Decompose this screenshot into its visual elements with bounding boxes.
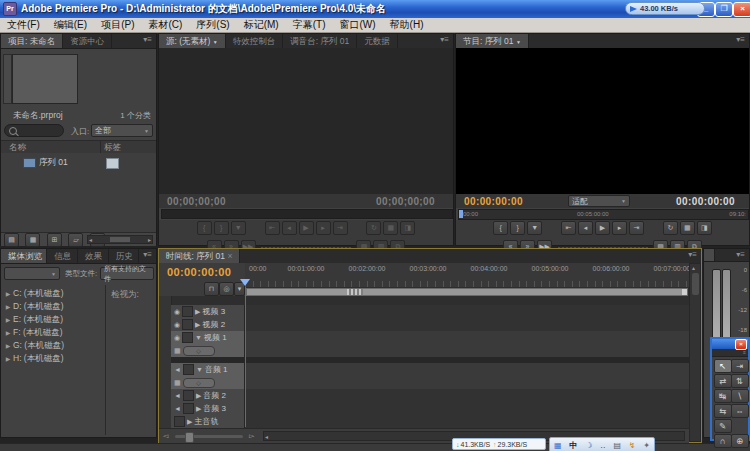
tools-titlebar[interactable]: × — [712, 339, 748, 349]
speaker-icon[interactable]: ◄ — [174, 366, 181, 373]
keyboard-icon[interactable]: ▤ — [613, 441, 621, 450]
speaker-icon[interactable]: ◄ — [174, 405, 181, 412]
file-type-dropdown[interactable]: 所有支持的文件 — [100, 267, 154, 280]
zoom-slider-handle[interactable] — [185, 432, 194, 443]
expand-icon[interactable]: ▶ — [196, 405, 201, 413]
program-timecode-current[interactable]: 00:00:00:00 — [464, 196, 523, 207]
rolling-edit-tool[interactable]: ⇅ — [731, 374, 749, 388]
language-bar[interactable]: ▦ 中 ☽ ‥ ▤ ↯ ✦ — [549, 437, 655, 451]
fit-dropdown[interactable]: 适配 ▼ — [568, 195, 630, 207]
tab-close-icon[interactable]: × — [227, 251, 232, 261]
lightning-icon[interactable]: ↯ — [629, 441, 636, 450]
tab-metadata[interactable]: 元数据 — [357, 34, 398, 48]
scroll-right-icon[interactable]: ▸ — [148, 236, 151, 243]
slip-tool[interactable]: ⇆ — [714, 404, 732, 418]
step-to-out-button[interactable]: ⇥ — [629, 221, 644, 235]
step-to-in-button[interactable]: ⇤ — [265, 221, 280, 235]
collapse-icon[interactable]: ▼ — [196, 366, 203, 373]
expand-icon[interactable]: ▶ — [195, 321, 200, 329]
zoom-slider-track[interactable] — [175, 435, 243, 438]
source-scrub-bar[interactable] — [161, 209, 453, 219]
safe-margins-button[interactable]: ▦ — [383, 221, 398, 235]
step-back-button[interactable]: ◂ — [282, 221, 297, 235]
list-item[interactable]: 序列 01 — [1, 156, 156, 169]
expand-icon[interactable]: ▶ — [187, 418, 192, 426]
collapse-icon[interactable]: ▼ — [195, 334, 202, 341]
track-select-tool[interactable]: ⇥ — [731, 359, 749, 373]
scroll-left-icon[interactable]: ◂ — [89, 236, 92, 243]
menu-file[interactable]: 文件(F) — [0, 18, 47, 32]
lock-toggle[interactable] — [174, 416, 185, 427]
goto-in-button[interactable]: { — [493, 221, 508, 235]
download-speed-overlay[interactable]: 43.00 KB/s — [625, 2, 705, 15]
zoom-tool[interactable]: ⊕ — [731, 434, 749, 448]
playhead-marker[interactable] — [240, 279, 250, 286]
slide-tool[interactable]: ⇔ — [731, 404, 749, 418]
work-area-bar[interactable] — [246, 288, 688, 296]
step-forward-button[interactable]: ▸ — [316, 221, 331, 235]
output-button[interactable]: ◨ — [400, 221, 415, 235]
track-content[interactable] — [245, 363, 689, 389]
drive-item[interactable]: ▶C: (本机磁盘) — [3, 287, 103, 300]
tab-info[interactable]: 信息 — [47, 249, 78, 263]
lock-toggle[interactable] — [183, 403, 194, 414]
track-content[interactable] — [245, 331, 689, 357]
keyframe-pill[interactable]: ◇ — [183, 346, 215, 356]
tab-effect-controls[interactable]: 特效控制台 — [226, 34, 284, 48]
lock-toggle[interactable] — [182, 319, 193, 330]
marker-button[interactable]: ▼ — [527, 221, 542, 235]
new-bin-button[interactable]: ▱ — [68, 233, 83, 247]
tab-program[interactable]: 节目: 序列 01 ▼ — [456, 34, 529, 48]
menu-help[interactable]: 帮助(H) — [383, 18, 431, 32]
eye-icon[interactable]: ◉ — [174, 321, 180, 329]
panel-menu-icon[interactable]: ▾≡ — [684, 249, 701, 263]
menu-clip[interactable]: 素材(C) — [141, 18, 189, 32]
step-to-out-button[interactable]: ⇥ — [333, 221, 348, 235]
track-content[interactable] — [245, 389, 689, 402]
track-content[interactable] — [245, 402, 689, 415]
tab-source[interactable]: 源: (无素材) ▼ — [159, 34, 226, 48]
search-input[interactable] — [4, 124, 64, 137]
expand-icon[interactable]: ▶ — [196, 392, 201, 400]
expand-icon[interactable]: ▶ — [3, 353, 13, 366]
panel-menu-icon[interactable]: ▾≡ — [139, 249, 156, 263]
play-button[interactable]: ▶ — [595, 221, 610, 235]
chinese-mode-icon[interactable]: 中 — [569, 440, 577, 451]
output-button[interactable]: ◨ — [697, 221, 712, 235]
timeline-ruler[interactable]: 00:00 00:01:00:00 00:02:00:00 00:03:00:0… — [245, 263, 689, 288]
tab-timeline[interactable]: 时间线: 序列 01 × — [159, 249, 240, 263]
automate-to-sequence-button[interactable]: ⊞ — [47, 233, 62, 247]
speaker-icon[interactable]: ◄ — [174, 392, 181, 399]
keyframe-pill[interactable]: ◇ — [183, 378, 215, 388]
play-button[interactable]: ▶ — [299, 221, 314, 235]
marker-button[interactable]: ▼ — [231, 221, 246, 235]
display-style-icon[interactable]: ▦ — [174, 347, 181, 355]
menu-project[interactable]: 项目(P) — [94, 18, 141, 32]
step-to-in-button[interactable]: ⇤ — [561, 221, 576, 235]
drive-item[interactable]: ▶F: (本机磁盘) — [3, 326, 103, 339]
close-button[interactable]: × — [733, 2, 750, 17]
options-icon[interactable]: ✦ — [643, 441, 650, 450]
track-content[interactable] — [245, 415, 689, 428]
zoom-in-icon[interactable]: ▻ — [249, 432, 254, 440]
tab-effects[interactable]: 效果 — [78, 249, 109, 263]
scrub-playhead[interactable] — [459, 210, 463, 218]
step-back-button[interactable]: ◂ — [578, 221, 593, 235]
razor-tool[interactable]: ∖ — [731, 389, 749, 403]
sequence-marker-button[interactable]: ◎ — [219, 282, 234, 296]
lock-toggle[interactable] — [183, 364, 194, 375]
panel-menu-icon[interactable]: ▾≡ — [732, 34, 749, 48]
tab-media-browser[interactable]: 媒体浏览 — [1, 249, 47, 263]
goto-in-button[interactable]: { — [197, 221, 212, 235]
tab-audio-meters[interactable] — [704, 249, 715, 261]
goto-out-button[interactable]: } — [214, 221, 229, 235]
loop-button[interactable]: ↻ — [663, 221, 678, 235]
lock-toggle[interactable] — [183, 390, 194, 401]
work-area-end-handle[interactable] — [682, 289, 687, 295]
rate-stretch-tool[interactable]: ↹ — [714, 389, 732, 403]
close-icon[interactable]: × — [735, 339, 747, 350]
goto-out-button[interactable]: } — [510, 221, 525, 235]
tab-resource-central[interactable]: 资源中心 — [63, 34, 112, 48]
safe-margins-button[interactable]: ▦ — [680, 221, 695, 235]
net-speed-meter[interactable]: ↓ 41.3KB/S ↑ 29.3KB/S — [452, 438, 546, 450]
